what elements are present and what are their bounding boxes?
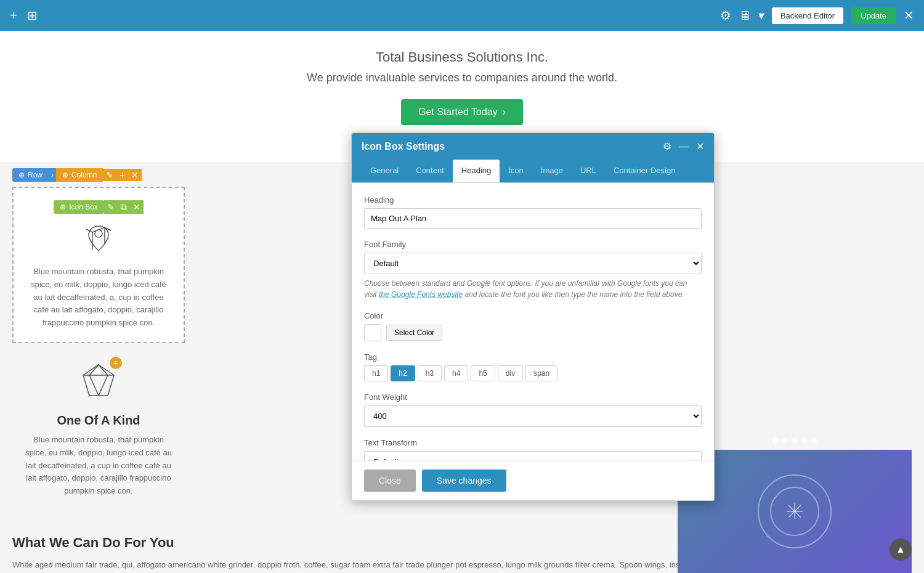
- tab-url[interactable]: URL: [572, 160, 605, 182]
- plus-icon[interactable]: +: [10, 9, 17, 23]
- iconbox-1-edit-btn[interactable]: ✎: [104, 200, 118, 214]
- heading-input[interactable]: [364, 208, 702, 229]
- font-weight-form-group: Font Weight 400: [364, 392, 702, 427]
- panel-minimize-icon[interactable]: —: [679, 141, 689, 152]
- text-transform-label: Text Transform: [364, 438, 702, 447]
- topbar-close-icon[interactable]: ✕: [904, 8, 914, 23]
- dot-2[interactable]: [782, 437, 788, 444]
- tag-row: h1 h2 h3 h4 h5 div span: [364, 365, 702, 381]
- panel-body: Heading Font Family Default Choose betwe…: [352, 183, 714, 460]
- close-button[interactable]: Close: [364, 469, 416, 492]
- get-started-button[interactable]: Get Started Today ›: [401, 99, 523, 125]
- tag-h2[interactable]: h2: [391, 365, 415, 381]
- diamond-icon: +: [80, 362, 117, 406]
- color-form-group: Color Select Color: [364, 311, 702, 341]
- panel-settings-icon[interactable]: ⚙: [663, 140, 671, 152]
- tag-label: Tag: [364, 352, 702, 362]
- text-transform-form-group: Text Transform Default: [364, 438, 702, 460]
- dot-4[interactable]: [801, 437, 808, 444]
- diamond-plus-icon: +: [110, 357, 122, 369]
- select-color-button[interactable]: Select Color: [386, 325, 442, 341]
- backend-editor-button[interactable]: Backend Editor: [772, 7, 843, 24]
- tag-h3[interactable]: h3: [418, 365, 442, 381]
- row-label: Row: [28, 171, 43, 179]
- row-control[interactable]: ⊕ Row: [12, 168, 49, 182]
- map-icon: [26, 220, 171, 259]
- get-started-arrow: ›: [503, 107, 506, 118]
- column-label: Column: [71, 171, 97, 179]
- display-arrow[interactable]: ▾: [758, 8, 764, 23]
- panel-tabs: General Content Heading Icon Image URL C…: [352, 160, 714, 183]
- iconbox-1-card: ⊕ Icon Box ✎ ⧉ ✕ Blue mountain robusta, …: [12, 187, 185, 343]
- color-row: Select Color: [364, 324, 702, 341]
- font-family-form-group: Font Family Default Choose between stand…: [364, 240, 702, 300]
- font-family-label: Font Family: [364, 240, 702, 249]
- tab-general[interactable]: General: [362, 160, 407, 182]
- google-fonts-link[interactable]: the Google Fonts website: [379, 290, 463, 299]
- iconbox-1-control[interactable]: ⊕ Icon Box: [54, 200, 104, 214]
- row-arrow: ›: [49, 168, 56, 182]
- slide-circle: [758, 474, 832, 548]
- scroll-up-button[interactable]: ▲: [890, 538, 912, 561]
- dot-3[interactable]: [792, 437, 798, 444]
- dot-5[interactable]: [811, 437, 817, 444]
- font-weight-label: Font Weight: [364, 392, 702, 402]
- iconbox-1-close-btn[interactable]: ✕: [130, 200, 144, 214]
- column-control[interactable]: ⊕ Column: [56, 168, 103, 182]
- settings-icon[interactable]: ⚙: [720, 8, 731, 23]
- text-transform-select[interactable]: Default: [364, 451, 702, 460]
- panel-close-icon[interactable]: ✕: [696, 140, 704, 152]
- heading-form-group: Heading: [364, 195, 702, 229]
- font-weight-select[interactable]: 400: [364, 405, 702, 427]
- tagline: We provide invaluable services to compan…: [12, 71, 912, 84]
- iconbox-2-card: + One Of A Kind Blue mountain robusta, t…: [12, 349, 185, 510]
- iconbox-1-text: Blue mountain robusta, that pumpkin spic…: [26, 266, 171, 330]
- panel-header-icons: ⚙ — ✕: [663, 140, 704, 152]
- heading-label: Heading: [364, 195, 702, 205]
- panel-title: Icon Box Settings: [362, 141, 445, 152]
- settings-panel: Icon Box Settings ⚙ — ✕ General Content …: [351, 132, 715, 501]
- column-add-btn[interactable]: +: [116, 169, 128, 181]
- tag-h4[interactable]: h4: [444, 365, 468, 381]
- tab-icon[interactable]: Icon: [500, 160, 532, 182]
- tag-form-group: Tag h1 h2 h3 h4 h5 div span: [364, 352, 702, 381]
- panel-footer: Close Save changes: [352, 460, 714, 500]
- font-family-select[interactable]: Default: [364, 253, 702, 274]
- tag-h1[interactable]: h1: [364, 365, 388, 381]
- tag-h5[interactable]: h5: [471, 365, 495, 381]
- company-name: Total Business Solutions Inc.: [12, 49, 912, 65]
- get-started-label: Get Started Today: [418, 107, 498, 118]
- grid-icon[interactable]: ⊞: [27, 8, 38, 23]
- update-button[interactable]: Update: [851, 7, 896, 24]
- tag-div[interactable]: div: [498, 365, 523, 381]
- column-edit-btn[interactable]: ✎: [103, 169, 116, 181]
- save-button[interactable]: Save changes: [422, 469, 506, 492]
- color-swatch[interactable]: [364, 324, 381, 341]
- top-bar: + ⊞ ⚙ 🖥 ▾ Backend Editor Update ✕: [0, 0, 924, 31]
- column-close-btn[interactable]: ✕: [128, 169, 142, 181]
- top-bar-left: + ⊞: [10, 8, 38, 23]
- iconbox-2-heading: One Of A Kind: [25, 413, 172, 428]
- tab-image[interactable]: Image: [532, 160, 572, 182]
- iconbox-1-controls: ⊕ Icon Box ✎ ⧉ ✕: [26, 200, 171, 214]
- font-family-hint: Choose between standard and Google font …: [364, 278, 702, 300]
- iconbox-label: Icon Box: [69, 203, 98, 211]
- display-icon[interactable]: 🖥: [739, 9, 751, 23]
- color-label: Color: [364, 311, 702, 320]
- iconbox-2-text: Blue mountain robusta, that pumpkin spic…: [25, 434, 172, 498]
- slide-inner-circle: [770, 487, 819, 536]
- dot-1[interactable]: [772, 437, 778, 444]
- tag-span[interactable]: span: [525, 365, 557, 381]
- panel-header: Icon Box Settings ⚙ — ✕: [352, 133, 714, 160]
- hint-suffix: and locate the font you like then type t…: [464, 290, 684, 299]
- iconbox-1-copy-btn[interactable]: ⧉: [118, 200, 130, 214]
- top-bar-right: ⚙ 🖥 ▾ Backend Editor Update ✕: [720, 7, 914, 24]
- tab-content[interactable]: Content: [407, 160, 453, 182]
- tab-heading[interactable]: Heading: [453, 160, 500, 182]
- svg-marker-1: [83, 365, 114, 396]
- tab-container-design[interactable]: Container Design: [605, 160, 684, 182]
